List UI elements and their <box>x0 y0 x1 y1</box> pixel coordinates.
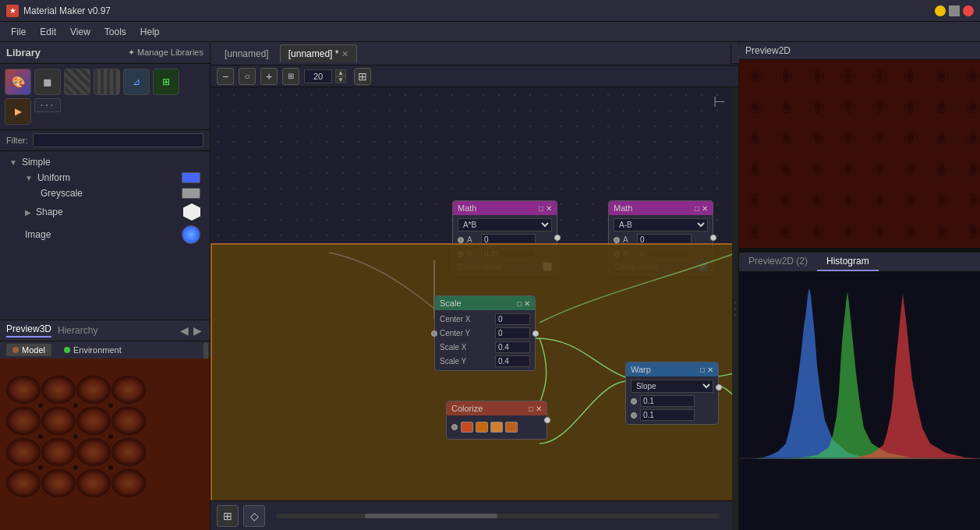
lib-icon-gradient[interactable]: 🎨 <box>5 69 31 95</box>
node-bottom-toolbar: ⊞ ◇ <box>211 500 732 530</box>
node-scale-close[interactable]: ✕ <box>524 299 530 308</box>
warp-out-port[interactable] <box>716 384 722 390</box>
node-math1-a-port[interactable] <box>458 237 464 243</box>
menubar: File Edit View Tools Help <box>0 22 980 42</box>
model-button[interactable]: Model <box>6 344 51 356</box>
titlebar: ★ Material Maker v0.97 <box>0 0 980 22</box>
menu-help[interactable]: Help <box>134 24 166 40</box>
node-math2-out-port[interactable] <box>710 235 716 241</box>
colorize-out-port[interactable] <box>544 417 550 423</box>
lib-icon-shape[interactable]: ◼ <box>34 69 61 95</box>
tab-hierarchy[interactable]: Hierarchy <box>58 325 97 336</box>
close-button[interactable] <box>963 5 974 16</box>
scale-sx-input[interactable] <box>495 341 530 353</box>
environment-button[interactable]: Environment <box>58 344 128 356</box>
node-math1-op-select[interactable]: A*B <box>458 218 552 231</box>
node-warp-header[interactable]: Warp □ ✕ <box>626 362 718 376</box>
node-colorize-minimize[interactable]: □ <box>529 405 533 413</box>
node-colorize-body <box>447 415 547 439</box>
tree-shape[interactable]: ▶ Shape <box>16 201 210 223</box>
tab-unnamed1[interactable]: [unnamed] <box>217 45 277 62</box>
warp-mode-select[interactable]: Slope <box>631 380 713 393</box>
zoom-down-arrow[interactable]: ▼ <box>335 76 346 83</box>
colorize-in-port[interactable] <box>451 424 458 430</box>
scale-out-port[interactable] <box>532 330 539 337</box>
scale-cy-input[interactable] <box>495 327 530 339</box>
node-warp-minimize[interactable]: □ <box>700 366 705 374</box>
manage-libraries-button[interactable]: ✦ Manage Libraries <box>128 48 203 58</box>
histogram-chart <box>739 272 980 530</box>
node-scale-header[interactable]: Scale □ ✕ <box>435 296 535 310</box>
shape-preview <box>183 203 200 221</box>
warp-port2[interactable] <box>631 412 637 419</box>
node-colorize-close[interactable]: ✕ <box>536 405 542 413</box>
tree-greyscale[interactable]: Greyscale <box>31 186 210 201</box>
node-math1-out-port[interactable] <box>554 235 561 241</box>
lib-icon-other[interactable]: ▶ <box>5 98 31 125</box>
lib-icon-pattern[interactable] <box>64 69 90 95</box>
scale-sy-input[interactable] <box>495 355 530 367</box>
tab-preview2d-2[interactable]: Preview2D (2) <box>739 253 817 271</box>
node-math1-close[interactable]: ✕ <box>546 204 552 213</box>
next-arrow[interactable]: ▶ <box>192 324 203 337</box>
color-stop-2[interactable] <box>476 422 488 433</box>
tab2-close[interactable]: ✕ <box>341 49 348 59</box>
lib-icon-combine[interactable]: ⊞ <box>153 69 179 95</box>
maximize-button[interactable] <box>949 5 960 16</box>
resize-handle[interactable]: • • • <box>732 87 738 530</box>
svg-point-19 <box>108 403 113 408</box>
minimize-button[interactable] <box>935 5 946 16</box>
tree-image[interactable]: Image <box>16 223 210 246</box>
export-icon[interactable]: ⊢ <box>713 94 726 111</box>
menu-file[interactable]: File <box>5 24 32 40</box>
node-math2-op-select[interactable]: A-B <box>614 218 708 231</box>
tab-unnamed2[interactable]: [unnamed] * ✕ <box>280 44 358 62</box>
material-preview-button[interactable]: ⊞ <box>217 505 239 527</box>
scale-cx-input[interactable] <box>495 313 530 325</box>
node-math1-minimize[interactable]: □ <box>539 204 543 213</box>
menu-view[interactable]: View <box>64 24 97 40</box>
svg-point-18 <box>73 403 78 408</box>
scroll-thumb <box>365 514 498 518</box>
node-math2-minimize[interactable]: □ <box>695 204 699 213</box>
horizontal-scrollbar[interactable] <box>276 514 720 518</box>
zoom-fit-button[interactable]: ⊞ <box>282 68 299 85</box>
warp-val2-input[interactable] <box>640 409 695 421</box>
menu-tools[interactable]: Tools <box>98 24 133 40</box>
warp-val1-input[interactable] <box>640 395 695 407</box>
filter-input[interactable] <box>33 133 204 147</box>
cube-preview-button[interactable]: ◇ <box>243 505 265 527</box>
node-toolbar: − ○ + ⊞ ▲ ▼ ⊞ <box>211 65 738 87</box>
menu-edit[interactable]: Edit <box>34 24 62 40</box>
zoom-up-arrow[interactable]: ▲ <box>335 69 346 76</box>
warp-port1[interactable] <box>631 398 637 405</box>
color-stop-1[interactable] <box>461 422 473 433</box>
node-math2-header[interactable]: Math □ ✕ <box>609 201 713 215</box>
zoom-value-input[interactable] <box>304 69 332 83</box>
tree-simple[interactable]: ▼ Simple <box>0 154 210 170</box>
scale-in-port[interactable] <box>431 330 437 337</box>
svg-point-2 <box>41 376 76 404</box>
lib-icon-noise[interactable] <box>94 69 120 95</box>
prev-arrow[interactable]: ◀ <box>179 324 190 337</box>
lib-icon-more[interactable]: ··· <box>34 98 61 112</box>
lib-icon-filter[interactable]: ⊿ <box>123 69 150 95</box>
node-warp-close[interactable]: ✕ <box>707 366 713 374</box>
tab-preview3d[interactable]: Preview3D <box>6 323 51 337</box>
svg-point-17 <box>38 403 43 408</box>
node-colorize-header[interactable]: Colorize □ ✕ <box>447 401 547 415</box>
zoom-reset-button[interactable]: ○ <box>239 68 256 85</box>
tree-uniform[interactable]: ▼ Uniform <box>16 170 210 186</box>
node-canvas-area[interactable]: Math □ ✕ A*B <box>211 87 732 530</box>
zoom-out-button[interactable]: − <box>217 68 234 85</box>
tab-histogram[interactable]: Histogram <box>817 253 879 271</box>
color-stop-3[interactable] <box>490 422 503 433</box>
zoom-in-button[interactable]: + <box>260 68 278 85</box>
node-math1-header[interactable]: Math □ ✕ <box>453 201 557 215</box>
color-stop-4[interactable] <box>505 422 518 433</box>
node-math2-close[interactable]: ✕ <box>702 204 708 213</box>
grid-toggle-button[interactable]: ⊞ <box>354 68 371 85</box>
overlay-graph[interactable]: ■ ✕ <box>211 243 732 530</box>
node-math2-a-port[interactable] <box>614 237 620 243</box>
node-scale-minimize[interactable]: □ <box>517 299 522 308</box>
